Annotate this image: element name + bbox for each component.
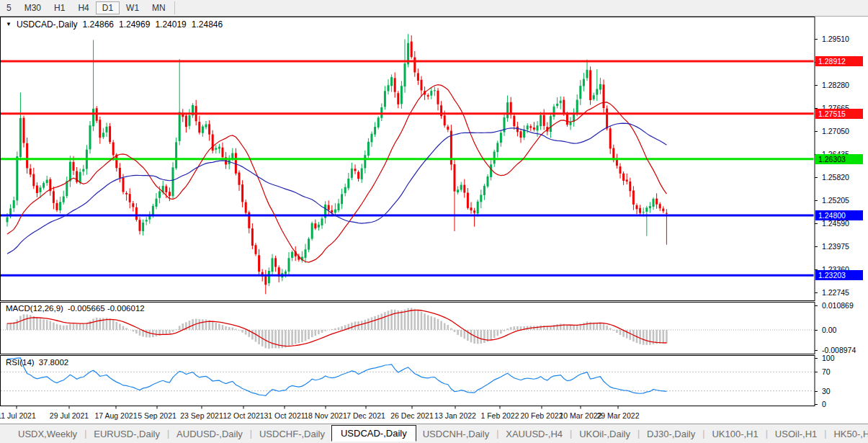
- date-axis-label: 7 Dec 2021: [341, 411, 391, 421]
- date-axis-label: 11 Jul 2021: [0, 411, 42, 421]
- tab-usoil-h1[interactable]: USOil-,H1: [769, 426, 824, 442]
- tab-usdcnh-daily[interactable]: USDCNH-,Daily: [416, 426, 496, 442]
- toolbar-separator: [174, 1, 175, 14]
- tab-xauusd-h4[interactable]: XAUUSD-,H4: [499, 426, 569, 442]
- timeframe-button-h4[interactable]: H4: [71, 1, 95, 14]
- ohlc-open: 1.24866: [83, 19, 114, 30]
- timeframe-button-d1[interactable]: D1: [96, 1, 120, 14]
- date-axis-label: 29 Mar 2022: [593, 411, 643, 421]
- date-axis-label: 5 Sep 2021: [132, 411, 182, 421]
- ohlc-low: 1.24019: [155, 19, 186, 30]
- price-level-badge: 1.26303: [815, 154, 863, 164]
- timeframe-button-m30[interactable]: M30: [18, 1, 48, 14]
- tab-usdchf-daily[interactable]: USDCHF-,Daily: [253, 426, 331, 442]
- timeframe-button-w1[interactable]: W1: [120, 1, 146, 14]
- tab-eurusd-daily[interactable]: EURUSD-,Daily: [87, 426, 166, 442]
- tab-usdx-weekly[interactable]: USDX,Weekly: [12, 426, 84, 442]
- symbol-tab-bar: USDX,Weekly|EURUSD-,Daily|AUDUSD-,Daily|…: [0, 424, 868, 443]
- chart-title: ▼ USDCAD-,Daily 1.24866 1.24969 1.24019 …: [6, 19, 223, 30]
- timeframe-button-mn[interactable]: MN: [146, 1, 172, 14]
- chart-symbol-label: USDCAD-,Daily: [17, 19, 78, 30]
- rsi-value: 37.8002: [39, 358, 69, 367]
- price-level-badge: 1.28912: [815, 56, 863, 66]
- ohlc-high: 1.24969: [119, 19, 150, 30]
- tab-ukoil-daily[interactable]: UKOil-,Daily: [573, 426, 637, 442]
- macd-values: -0.005665 -0.006012: [68, 304, 145, 313]
- macd-name: MACD(12,26,9): [6, 304, 63, 313]
- timeframe-button-5[interactable]: 5: [0, 1, 18, 14]
- price-level-badge: 1.23203: [815, 270, 863, 280]
- price-chart-canvas[interactable]: [0, 17, 868, 424]
- tab-uk100-h1[interactable]: UK100-,H1: [705, 426, 764, 442]
- tab-usdcad-daily[interactable]: USDCAD-,Daily: [331, 425, 416, 442]
- price-level-badge: 1.24800: [815, 210, 863, 220]
- tab-dj30-daily[interactable]: DJ30-,Daily: [640, 426, 702, 442]
- ohlc-close: 1.24846: [192, 19, 223, 30]
- chart-window[interactable]: ▼ USDCAD-,Daily 1.24866 1.24969 1.24019 …: [0, 17, 868, 424]
- date-axis-label: 29 Jul 2021: [44, 411, 94, 421]
- mt4-terminal: { "toolbar": { "timeframes": ["5", "M30"…: [0, 0, 868, 443]
- macd-indicator-label: MACD(12,26,9) -0.005665 -0.006012: [6, 304, 145, 313]
- timeframe-button-h1[interactable]: H1: [48, 1, 71, 14]
- tab-hk50-h1[interactable]: HK50-,H1: [827, 426, 868, 442]
- chevron-down-icon: ▼: [6, 21, 12, 27]
- timeframe-toolbar: 5M30H1H4D1W1MN: [0, 0, 868, 17]
- tab-audusd-daily[interactable]: AUDUSD-,Daily: [170, 426, 249, 442]
- date-axis-label: 13 Jan 2022: [430, 411, 480, 421]
- rsi-name: RSI(14): [6, 358, 35, 367]
- price-level-badge: 1.27515: [815, 109, 863, 119]
- rsi-indicator-label: RSI(14) 37.8002: [6, 358, 68, 367]
